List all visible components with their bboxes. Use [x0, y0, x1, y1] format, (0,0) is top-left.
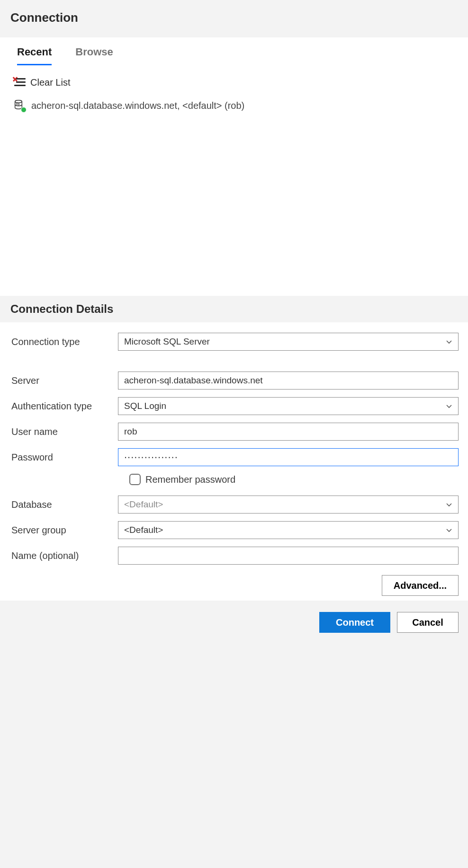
value-database: <Default>: [124, 499, 163, 510]
select-server-group[interactable]: <Default>: [118, 521, 459, 539]
connection-form: Connection type Microsoft SQL Server Ser…: [0, 322, 468, 601]
dialog-footer: Connect Cancel: [0, 601, 468, 644]
select-database[interactable]: <Default>: [118, 496, 459, 514]
label-database: Database: [11, 499, 118, 510]
recent-connection-label: acheron-sql.database.windows.net, <defau…: [31, 100, 244, 111]
row-server-group: Server group <Default>: [11, 521, 459, 539]
clear-list-label: Clear List: [30, 77, 70, 88]
input-server[interactable]: [118, 372, 459, 390]
label-password: Password: [11, 452, 118, 463]
details-header: Connection Details: [0, 296, 468, 322]
recent-list: Clear List SQL acheron-sql.database.wind…: [0, 65, 468, 296]
select-connection-type[interactable]: Microsoft SQL Server: [118, 333, 459, 351]
row-advanced: Advanced...: [11, 572, 459, 596]
tab-browse[interactable]: Browse: [75, 46, 113, 65]
details-title: Connection Details: [10, 302, 458, 316]
row-auth-type: Authentication type SQL Login: [11, 397, 459, 415]
dialog-header: Connection: [0, 0, 468, 37]
tab-bar: Recent Browse: [0, 37, 468, 65]
input-username[interactable]: [118, 423, 459, 441]
clear-list-icon: [13, 77, 25, 88]
recent-connection-item[interactable]: SQL acheron-sql.database.windows.net, <d…: [0, 93, 468, 118]
value-server-group: <Default>: [124, 525, 163, 535]
tab-recent[interactable]: Recent: [17, 46, 52, 65]
label-auth-type: Authentication type: [11, 401, 118, 412]
checkbox-remember-password[interactable]: [129, 474, 141, 485]
row-username: User name: [11, 423, 459, 441]
value-auth-type: SQL Login: [124, 401, 166, 411]
svg-text:SQL: SQL: [16, 103, 21, 106]
row-name-optional: Name (optional): [11, 547, 459, 565]
value-connection-type: Microsoft SQL Server: [124, 337, 210, 347]
label-remember-password: Remember password: [145, 474, 235, 485]
dialog-title: Connection: [10, 10, 458, 25]
bottom-spacer: [0, 644, 468, 868]
select-auth-type[interactable]: SQL Login: [118, 397, 459, 415]
input-name-optional[interactable]: [118, 547, 459, 565]
svg-point-0: [15, 100, 22, 103]
row-remember: Remember password: [129, 474, 459, 485]
connect-button[interactable]: Connect: [319, 612, 390, 633]
chevron-down-icon: [445, 338, 453, 345]
database-icon: SQL: [13, 99, 26, 112]
row-database: Database <Default>: [11, 496, 459, 514]
cancel-button[interactable]: Cancel: [397, 612, 459, 633]
label-connection-type: Connection type: [11, 337, 118, 347]
chevron-down-icon: [445, 501, 453, 508]
row-connection-type: Connection type Microsoft SQL Server: [11, 333, 459, 351]
label-username: User name: [11, 426, 118, 437]
chevron-down-icon: [445, 526, 453, 534]
input-password[interactable]: ················: [118, 448, 459, 466]
chevron-down-icon: [445, 402, 453, 410]
row-server: Server: [11, 372, 459, 390]
label-name-optional: Name (optional): [11, 550, 118, 561]
label-server-group: Server group: [11, 525, 118, 536]
clear-list-button[interactable]: Clear List: [0, 72, 468, 93]
row-password: Password ················: [11, 448, 459, 466]
label-server: Server: [11, 375, 118, 386]
advanced-button[interactable]: Advanced...: [382, 575, 459, 596]
